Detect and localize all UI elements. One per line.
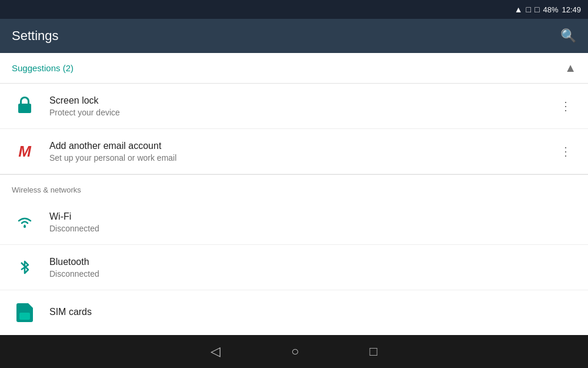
- sim-icon: [16, 303, 33, 322]
- battery-text: 48%: [543, 5, 558, 14]
- bluetooth-item[interactable]: Bluetooth Disconnected: [0, 245, 588, 290]
- time-text: 12:49: [562, 5, 581, 14]
- screen-lock-icon-container: [12, 93, 38, 119]
- screen-lock-item[interactable]: Screen lock Protect your device ⋮: [0, 84, 588, 129]
- status-icons: ▲ □ □ 48% 12:49: [514, 5, 581, 14]
- email-account-item[interactable]: M Add another email account Set up your …: [0, 129, 588, 174]
- toolbar: Settings 🔍: [0, 19, 588, 53]
- status-bar: ▲ □ □ 48% 12:49: [0, 0, 588, 19]
- screen-lock-title: Screen lock: [49, 95, 555, 106]
- back-button[interactable]: ◁: [211, 344, 220, 359]
- wifi-subtitle: Disconnected: [49, 224, 576, 233]
- suggestions-header[interactable]: Suggestions (2) ▲: [0, 53, 588, 84]
- lock-icon: [16, 97, 33, 115]
- home-button[interactable]: ○: [291, 344, 299, 359]
- screen-lock-more-icon[interactable]: ⋮: [555, 94, 576, 118]
- wireless-section-header: Wireless & networks: [0, 174, 588, 200]
- wifi-text: Wi-Fi Disconnected: [49, 211, 576, 233]
- content-area: Suggestions (2) ▲ Screen lock Protect yo…: [0, 53, 588, 336]
- signal-status-icon: □: [526, 5, 530, 14]
- wifi-icon: [16, 215, 34, 229]
- sim-cards-item[interactable]: SIM cards: [0, 290, 588, 336]
- wireless-section-label: Wireless & networks: [12, 185, 81, 194]
- sim-icon-container: [12, 300, 38, 326]
- search-icon[interactable]: 🔍: [560, 28, 576, 44]
- wifi-item[interactable]: Wi-Fi Disconnected: [0, 200, 588, 245]
- recents-button[interactable]: □: [370, 344, 377, 359]
- email-account-more-icon[interactable]: ⋮: [555, 140, 576, 163]
- email-account-title: Add another email account: [49, 141, 555, 151]
- bluetooth-icon: [18, 258, 32, 277]
- page-title: Settings: [12, 28, 59, 44]
- sim-cards-text: SIM cards: [49, 307, 576, 319]
- email-account-subtitle: Set up your personal or work email: [49, 153, 555, 163]
- wifi-icon-container: [12, 209, 38, 235]
- screen-lock-text: Screen lock Protect your device: [49, 95, 555, 117]
- svg-point-0: [24, 226, 26, 228]
- bluetooth-text: Bluetooth Disconnected: [49, 257, 576, 279]
- wifi-title: Wi-Fi: [49, 211, 576, 222]
- volume-status-icon: □: [534, 5, 539, 14]
- screen-lock-subtitle: Protect your device: [49, 108, 555, 117]
- bluetooth-title: Bluetooth: [49, 257, 576, 267]
- suggestions-label: Suggestions (2): [12, 63, 74, 73]
- gmail-icon-container: M: [12, 138, 38, 164]
- gmail-icon: M: [18, 142, 31, 161]
- sim-cards-title: SIM cards: [49, 307, 576, 317]
- nav-bar: ◁ ○ □: [0, 335, 588, 368]
- chevron-up-icon: ▲: [564, 61, 576, 75]
- bluetooth-status-icon: ▲: [514, 5, 523, 14]
- bluetooth-icon-container: [12, 254, 38, 280]
- bluetooth-subtitle: Disconnected: [49, 269, 576, 279]
- email-account-text: Add another email account Set up your pe…: [49, 141, 555, 163]
